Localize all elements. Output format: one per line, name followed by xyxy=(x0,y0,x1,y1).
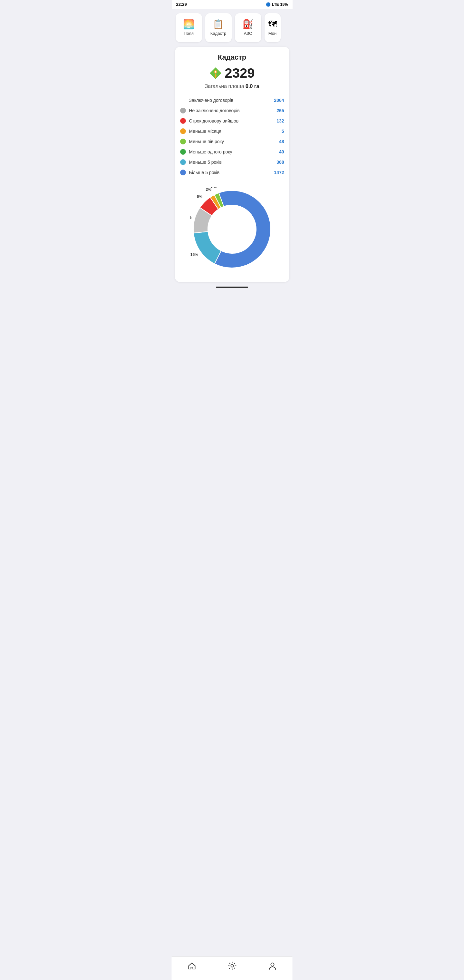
stat-value-not-contracted[interactable]: 265 xyxy=(276,108,284,113)
stats-list: Заключено договорів 2064 Не заключено до… xyxy=(180,95,284,178)
stat-label-less-year: Меньше одного року xyxy=(189,149,276,154)
nav-tiles: 🌅 Поля 📋 Кадастр ⛽ АЗС 🗺 Мон xyxy=(172,9,292,47)
gas-icon: ⛽ xyxy=(242,20,254,29)
cadastre-label: Кадастр xyxy=(210,31,226,36)
stat-label-less-month: Меньше місяця xyxy=(189,129,278,134)
nav-settings[interactable] xyxy=(221,960,243,974)
svg-point-2 xyxy=(215,71,216,73)
total-area-value: 0.0 га xyxy=(246,83,259,89)
stat-value-less-5years[interactable]: 368 xyxy=(276,159,284,165)
stat-row-more-5years: Більше 5 років 1472 xyxy=(180,167,284,178)
hero-count-number: 2329 xyxy=(225,65,254,81)
gas-label: АЗС xyxy=(244,31,252,36)
stat-row-contracted: Заключено договорів 2064 xyxy=(180,95,284,105)
nav-tile-mon[interactable]: 🗺 Мон xyxy=(265,13,281,42)
stat-row-not-contracted: Не заключено договорів 265 xyxy=(180,105,284,116)
nav-profile[interactable] xyxy=(261,960,283,974)
stat-value-less-month[interactable]: 5 xyxy=(281,129,284,134)
stat-label-more-5years: Більше 5 років xyxy=(189,170,271,175)
stat-value-less-halfyear[interactable]: 48 xyxy=(279,139,284,144)
stat-row-less-month: Меньше місяця 5 xyxy=(180,126,284,136)
stat-value-less-year[interactable]: 40 xyxy=(279,149,284,154)
nav-tile-cadastre[interactable]: 📋 Кадастр xyxy=(205,13,232,42)
status-bar: 22:29 🔵 LTE 15% xyxy=(172,0,292,9)
stat-dot-expired xyxy=(180,118,186,124)
card-title: Кадастр xyxy=(180,53,284,62)
stat-row-less-5years: Меньше 5 років 368 xyxy=(180,157,284,167)
mon-icon: 🗺 xyxy=(268,20,277,29)
stat-label-expired: Строк договору вийшов xyxy=(189,118,273,124)
fields-icon: 🌅 xyxy=(183,20,194,29)
stat-value-more-5years[interactable]: 1472 xyxy=(274,170,284,175)
svg-text:16%: 16% xyxy=(191,252,198,257)
stat-label-contracted: Заключено договорів xyxy=(189,98,271,103)
svg-point-10 xyxy=(271,963,274,966)
status-time: 22:29 xyxy=(176,2,187,7)
bottom-nav xyxy=(172,956,292,980)
svg-text:11%: 11% xyxy=(190,215,192,220)
nav-tile-fields[interactable]: 🌅 Поля xyxy=(176,13,202,42)
stat-row-less-year: Меньше одного року 40 xyxy=(180,147,284,157)
stat-dot-not-contracted xyxy=(180,108,186,113)
nav-home[interactable] xyxy=(181,960,203,974)
profile-icon xyxy=(268,961,277,972)
stat-dot-less-5years xyxy=(180,159,186,165)
stat-label-less-halfyear: Меньше пів року xyxy=(189,139,276,144)
fields-label: Поля xyxy=(184,31,194,36)
svg-point-9 xyxy=(231,964,233,967)
stat-dot-less-month xyxy=(180,128,186,134)
mon-label: Мон xyxy=(269,31,276,36)
donut-chart: 63%16%11%6%2%2% xyxy=(190,187,274,271)
home-icon xyxy=(187,961,196,972)
main-card: Кадастр 2329 Загальна площа 0.0 га Заклю… xyxy=(175,47,289,282)
total-area: Загальна площа 0.0 га xyxy=(180,83,284,89)
svg-text:2%: 2% xyxy=(211,187,216,189)
stat-value-contracted[interactable]: 2064 xyxy=(274,98,284,103)
stat-label-not-contracted: Не заключено договорів xyxy=(189,108,273,113)
stat-value-expired[interactable]: 132 xyxy=(276,118,284,124)
chart-container: 63%16%11%6%2%2% xyxy=(180,184,284,274)
cadastre-icon: 📋 xyxy=(213,20,224,29)
stat-row-less-halfyear: Меньше пів року 48 xyxy=(180,136,284,147)
stat-dot-empty xyxy=(180,97,186,103)
stat-dot-less-year xyxy=(180,149,186,155)
stat-dot-less-halfyear xyxy=(180,138,186,145)
stat-row-expired: Строк договору вийшов 132 xyxy=(180,116,284,126)
settings-icon xyxy=(227,961,237,972)
status-indicators: 🔵 LTE 15% xyxy=(266,2,288,7)
stat-dot-more-5years xyxy=(180,170,186,175)
map-pin-icon xyxy=(209,67,222,80)
hero-count: 2329 xyxy=(180,65,284,81)
nav-tile-gas[interactable]: ⛽ АЗС xyxy=(235,13,261,42)
svg-text:6%: 6% xyxy=(197,194,203,199)
stat-label-less-5years: Меньше 5 років xyxy=(189,159,273,165)
